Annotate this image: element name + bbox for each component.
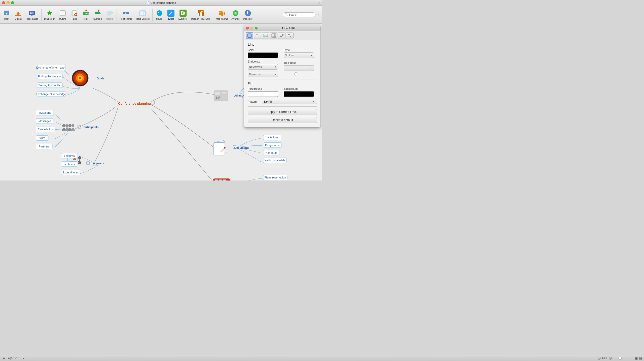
participants-child-4: VIPs (39, 136, 45, 139)
lf-tab-wrench[interactable] (278, 32, 285, 39)
toolbar-inspector[interactable]: i Inspector (242, 8, 254, 21)
participants-child-1: Invitations (39, 111, 51, 114)
callout-icon: callout (106, 9, 114, 17)
subtopic-label: Subtopic (93, 18, 102, 20)
lf-apply-button[interactable]: Apply to Current Level (248, 109, 317, 115)
lf-thickness-line (289, 68, 309, 68)
separator2 (117, 9, 117, 21)
central-node-label: Conference planning (118, 102, 151, 105)
lf-arrow2-arrow: ▼ (275, 73, 277, 76)
toolbar-presentation[interactable]: ABC Presentation (24, 8, 40, 21)
svg-point-80 (62, 124, 65, 127)
lf-thickness-label: Thickness (284, 61, 317, 64)
svg-rect-101 (216, 97, 217, 98)
lf-arrow2-select[interactable]: No Arrows ▼ (248, 72, 278, 77)
search-box[interactable] (283, 12, 315, 17)
page-label: Page (72, 18, 77, 20)
topic-content-icon (138, 9, 147, 17)
toolbar-map-theme[interactable]: Map Theme (214, 8, 230, 21)
inspector-icon: i (244, 9, 252, 17)
toolbar-brainstorm[interactable]: Brainstorm (43, 8, 57, 21)
svg-rect-38 (140, 12, 143, 12)
minimize-button[interactable] (7, 1, 10, 4)
search-input[interactable] (289, 13, 313, 16)
goals-child-4: Exchange of knowledge (37, 93, 66, 96)
documents-label: Documents (234, 146, 249, 149)
maximize-button[interactable] (11, 1, 14, 4)
documents-icon (213, 140, 226, 155)
toolbar-callout[interactable]: callout Callout (104, 8, 115, 21)
outline-label: Outline (59, 18, 66, 20)
subtopic-icon (94, 9, 102, 17)
lf-maximize-button[interactable] (255, 27, 258, 29)
lecturers-child-1: Lectures (64, 154, 75, 157)
lf-line-color-swatch[interactable] (248, 52, 278, 58)
lf-pattern-select[interactable]: No Fill ▼ (262, 99, 317, 104)
svg-rect-150 (285, 74, 313, 74)
lf-divider2 (248, 106, 317, 107)
toolbar-expand-icon[interactable]: » (316, 12, 321, 17)
lf-tab-image[interactable] (262, 32, 269, 39)
toolbar-subtopic[interactable]: Subtopic (92, 8, 104, 21)
window-resize-icon: ⤢ (318, 2, 320, 4)
lf-style-select[interactable]: No Line ▼ (284, 52, 314, 58)
svg-rect-127 (219, 179, 222, 180)
toolbar-topic-content[interactable]: Topic Content (134, 8, 151, 21)
svg-point-74 (79, 77, 81, 79)
toolbar-input[interactable]: Input (1, 8, 12, 21)
line-fill-panel: Line & Fill T (244, 25, 321, 128)
toolbar-page[interactable]: Page (69, 8, 80, 21)
documents-child-1: Invitations (266, 136, 278, 139)
lf-endpoints-label: Endpoints (248, 60, 281, 63)
svg-rect-126 (215, 179, 218, 180)
lf-tab-key[interactable] (286, 32, 294, 39)
arrival-child-1: Plane reservation (264, 176, 286, 179)
svg-rect-100 (215, 92, 220, 95)
lf-title: Line & Fill (282, 27, 296, 30)
lf-tab-table[interactable] (270, 32, 277, 39)
toolbar-output[interactable]: Output (13, 8, 24, 21)
mindmap-canvas[interactable]: Conference planning Goals Exchange of in… (0, 24, 322, 180)
toolbar-tweet[interactable]: Tweet (165, 8, 176, 21)
toolbar-skype[interactable]: S Skype (154, 8, 165, 21)
svg-rect-39 (140, 13, 143, 13)
svg-point-64 (285, 13, 287, 15)
lf-fg-label: Foreground (248, 87, 281, 90)
svg-text:Topic: Topic (84, 12, 89, 15)
skype-label: Skype (156, 18, 162, 20)
svg-rect-54 (222, 11, 223, 12)
lf-tab-shape[interactable] (246, 32, 253, 39)
lf-thickness-bar[interactable] (284, 65, 314, 71)
skype-icon: S (155, 9, 163, 17)
toolbar-relationship[interactable]: Relationship (118, 8, 134, 21)
toolbar-open-project[interactable]: Open in PROJECT (190, 8, 212, 21)
lf-pattern-value: No Fill (264, 100, 272, 103)
svg-rect-52 (224, 12, 225, 15)
svg-marker-3 (17, 12, 20, 14)
lf-close-button[interactable] (246, 27, 249, 29)
svg-rect-2 (6, 12, 8, 12)
lecturers-child-3: Expenditures (62, 171, 79, 174)
svg-point-24 (85, 10, 87, 11)
lf-arrow1-select[interactable]: No Arrows ▼ (248, 64, 278, 70)
lf-tab-text[interactable]: T (254, 32, 261, 39)
lf-thickness-slider (284, 72, 314, 76)
lf-fg-color-swatch[interactable] (248, 91, 278, 97)
topic-label: Topic (83, 18, 89, 20)
lf-bg-color-swatch[interactable] (284, 91, 314, 97)
toolbar-outline[interactable]: Outline (57, 8, 68, 21)
lf-minimize-button[interactable] (251, 27, 253, 29)
titlebar: 📄 Conference planning ⤢ (0, 0, 322, 6)
svg-text:T: T (256, 34, 258, 38)
participants-child-3: Cancellation (38, 128, 53, 131)
svg-point-82 (68, 124, 71, 127)
toolbar-topic[interactable]: Topic Topic (80, 8, 91, 21)
close-button[interactable] (2, 1, 5, 4)
lf-reset-button[interactable]: Reset to default (248, 117, 317, 123)
svg-rect-128 (223, 179, 226, 180)
toolbar-arrange[interactable]: Arrange (230, 8, 241, 21)
arrange-icon (232, 9, 240, 17)
lf-line-section-title: Line (248, 43, 317, 46)
toolbar-evernote[interactable]: E Evernote (177, 8, 189, 21)
svg-rect-34 (126, 12, 129, 14)
